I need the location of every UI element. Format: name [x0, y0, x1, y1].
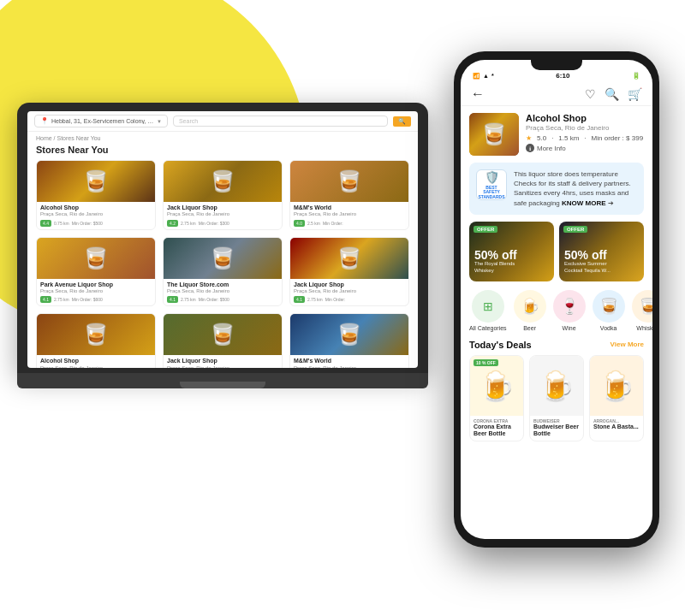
store-card-name: M&M's World	[294, 358, 405, 364]
safety-banner: 🛡️ BEST SAFETY STANDARDS This liquor sto…	[469, 163, 644, 215]
offer-banners: OFFER 50% off The Royal Blends Whiskey O…	[461, 222, 652, 288]
star-icon: ★	[526, 134, 532, 142]
store-card-meta: 4.4 0.75 km Min Order: $500	[40, 220, 152, 227]
offer-banner-1[interactable]: OFFER 50% off The Royal Blends Whiskey	[469, 222, 554, 281]
store-card[interactable]: 🥃 The Liquor Store.com Praça Seca, Rio d…	[163, 237, 283, 307]
store-name: Alcohol Shop	[526, 113, 644, 123]
deal-name-bud: Budweiser Beer Bottle	[533, 424, 580, 438]
status-right: 🔋	[632, 72, 640, 80]
store-info: Alcohol Shop Praça Seca, Rio de Janeiro …	[526, 113, 644, 152]
store-card-decoration: 🥃	[164, 314, 282, 355]
safety-badge-icon: 🛡️ BEST SAFETY STANDARDS	[476, 169, 507, 200]
deal-card-corona[interactable]: 10 % OFF 🍺 CORONA EXTRA Corona Extra Bee…	[469, 355, 524, 441]
category-beer-label: Beer	[523, 325, 536, 331]
store-card-rating: 4.2	[167, 220, 178, 227]
category-vodka[interactable]: 🥃 Vodka	[593, 290, 625, 331]
store-card-rating: 4.0	[294, 220, 305, 227]
deals-header: Today's Deals View More	[461, 338, 652, 355]
offer-percent-2: 50% off	[564, 249, 616, 261]
laptop-screen-inner: 📍 Hebbal, 31, Ex-Servicemen Colony, Dinn…	[27, 111, 418, 368]
back-button[interactable]: ←	[471, 86, 485, 102]
stone-bottle-icon: 🍺	[599, 369, 634, 403]
cart-icon[interactable]: 🛒	[628, 87, 642, 101]
store-card-name: Jack Liquor Shop	[167, 358, 278, 364]
offer-desc-1: The Royal Blends Whiskey	[474, 261, 526, 275]
store-card-name: Alcohol Shop	[40, 204, 152, 211]
store-distance: 1.5 km	[558, 134, 579, 142]
store-card-address: Praça Seca, Rio de Janeiro	[40, 211, 152, 217]
heart-icon[interactable]: ♡	[585, 87, 596, 101]
store-location: Praça Seca, Rio de Janeiro	[526, 124, 644, 132]
offer-text-1: 50% off The Royal Blends Whiskey	[474, 249, 526, 275]
store-card-address: Praça Seca, Rio de Janeiro	[40, 365, 152, 368]
search-button[interactable]: 🔍	[393, 116, 411, 127]
store-card[interactable]: 🥃 Jack Liquor Shop Praça Seca, Rio de Ja…	[163, 160, 283, 230]
bud-bottle-icon: 🍺	[539, 369, 575, 403]
store-card-body: Jack Liquor Shop Praça Seca, Rio de Jane…	[164, 202, 282, 229]
deal-card-stone-img: 🍺	[590, 356, 643, 416]
store-card[interactable]: 🥃 M&M's World Praça Seca, Rio de Janeiro…	[289, 313, 409, 368]
laptop-device: 📍 Hebbal, 31, Ex-Servicemen Colony, Dinn…	[17, 103, 428, 388]
store-card[interactable]: 🥃 Alcohol Shop Praça Seca, Rio de Janeir…	[36, 313, 156, 368]
store-card-body: M&M's World Praça Seca, Rio de Janeiro 4…	[290, 355, 408, 368]
store-card[interactable]: 🥃 Alcohol Shop Praça Seca, Rio de Janeir…	[36, 160, 156, 230]
store-card-decoration: 🥃	[164, 161, 282, 202]
category-all[interactable]: ⊞ All Categories	[469, 290, 507, 331]
safety-badge-text: BEST SAFETY STANDARDS	[477, 186, 506, 200]
category-whiski[interactable]: 🥃 Whiski...	[632, 290, 652, 331]
category-wine[interactable]: 🍷 Wine	[553, 290, 586, 331]
deals-title: Today's Deals	[469, 340, 532, 350]
deal-card-bud[interactable]: 🍺 BUDWEISER Budweiser Beer Bottle	[529, 355, 584, 441]
store-card-body: Jack Liquor Shop Praça Seca, Rio de Jane…	[164, 355, 282, 368]
location-pin-icon: 📍	[40, 117, 49, 125]
store-card-min-order: Min Order: $500	[199, 297, 229, 302]
store-card[interactable]: 🥃 M&M's World Praça Seca, Rio de Janeiro…	[289, 160, 409, 230]
phone-device: 📶 ▲ * 6:10 🔋 ← ♡ 🔍 🛒	[454, 51, 659, 548]
location-selector[interactable]: 📍 Hebbal, 31, Ex-Servicemen Colony, Dinn…	[34, 115, 168, 127]
store-card-address: Praça Seca, Rio de Janeiro	[40, 288, 152, 294]
phone-nav: ← ♡ 🔍 🛒	[461, 83, 652, 106]
deal-name-stone: Stone A Basta...	[593, 424, 640, 430]
phone-screen: 📶 ▲ * 6:10 🔋 ← ♡ 🔍 🛒	[461, 60, 652, 539]
category-whiski-label: Whiski...	[636, 325, 652, 331]
store-more-info[interactable]: ℹ More Info	[526, 144, 644, 152]
store-card-body: Alcohol Shop Praça Seca, Rio de Janeiro …	[37, 355, 155, 368]
store-card-image: 🥃	[37, 314, 155, 355]
view-more-button[interactable]: View More	[611, 341, 644, 348]
store-card-min-order: Min Order:	[323, 221, 343, 226]
store-card-address: Praça Seca, Rio de Janeiro	[167, 211, 278, 217]
page-title: Stores Near You	[27, 143, 418, 160]
battery-icon: 🔋	[632, 72, 640, 80]
store-card-decoration: 🥃	[290, 238, 408, 279]
store-card-image: 🥃	[290, 238, 408, 279]
store-card-decoration: 🥃	[164, 238, 282, 279]
store-header: 🥃 Alcohol Shop Praça Seca, Rio de Janeir…	[461, 106, 652, 163]
store-card-image: 🥃	[164, 238, 282, 279]
store-card-rating: 4.1	[40, 296, 51, 303]
more-info-label: More Info	[537, 145, 566, 152]
store-card[interactable]: 🥃 Jack Liquor Shop Praça Seca, Rio de Ja…	[163, 313, 283, 368]
offer-banner-2[interactable]: OFFER 50% off Exclusive Summer Cocktail …	[559, 222, 644, 281]
store-card-image: 🥃	[37, 238, 155, 279]
store-card-name: Jack Liquor Shop	[294, 281, 405, 288]
store-card-image: 🥃	[164, 314, 282, 355]
laptop-base	[17, 373, 428, 388]
deal-card-corona-body: CORONA EXTRA Corona Extra Beer Bottle	[470, 416, 523, 441]
deal-card-stone[interactable]: 🍺 ARROGAN... Stone A Basta...	[589, 355, 644, 441]
store-card[interactable]: 🥃 Park Avenue Liquor Shop Praça Seca, Ri…	[36, 237, 156, 307]
offer-percent-1: 50% off	[474, 249, 526, 261]
deals-row: 10 % OFF 🍺 CORONA EXTRA Corona Extra Bee…	[461, 355, 652, 441]
category-beer[interactable]: 🍺 Beer	[514, 290, 546, 331]
search-placeholder: Search	[179, 118, 198, 124]
store-card-meta: 4.2 2.75 km Min Order: $300	[167, 220, 278, 227]
store-card-image: 🥃	[37, 161, 155, 202]
bluetooth-icon: *	[491, 73, 494, 79]
store-card[interactable]: 🥃 Jack Liquor Shop Praça Seca, Rio de Ja…	[289, 237, 409, 307]
store-image: 🥃	[469, 113, 519, 156]
know-more-link[interactable]: KNOW MORE	[562, 199, 606, 207]
store-card-meta: 4.0 2.5 km Min Order:	[294, 220, 405, 227]
search-bar[interactable]: Search	[173, 116, 388, 127]
search-icon[interactable]: 🔍	[605, 87, 619, 101]
status-left: 📶 ▲ *	[473, 73, 494, 80]
store-card-address: Praça Seca, Rio de Janeiro	[167, 288, 278, 294]
